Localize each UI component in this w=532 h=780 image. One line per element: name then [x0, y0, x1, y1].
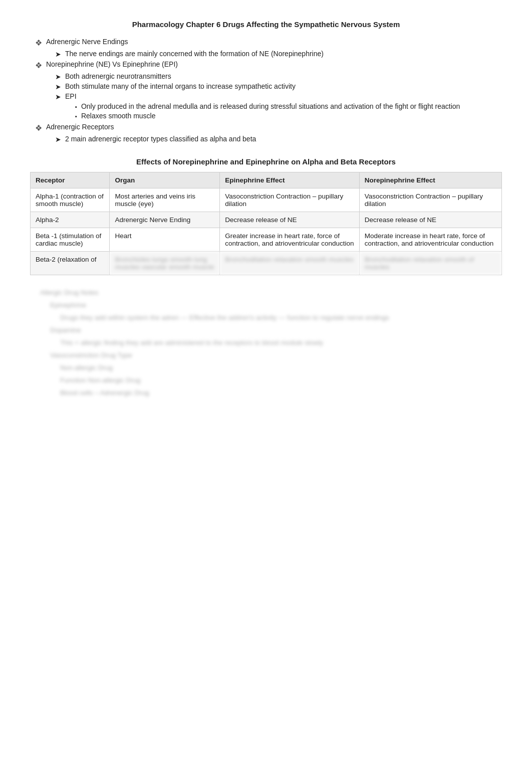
section2-child3-sub2: Relaxes smooth muscle	[81, 112, 156, 120]
diamond-icon-2: ❖	[35, 61, 42, 70]
col-epi: Epinephrine Effect	[220, 172, 360, 188]
section2-child3: EPI	[65, 92, 77, 100]
diamond-icon-3: ❖	[35, 123, 42, 133]
epi-alpha1: Vasoconstriction Contraction – pupillary…	[220, 188, 360, 212]
arrow-icon-5: ➤	[55, 135, 61, 143]
receptor-beta1: Beta -1 (stimulation of cardiac muscle)	[31, 228, 110, 252]
section1-label: Adrenergic Nerve Endings	[46, 38, 128, 46]
table-header-row: Receptor Organ Epinephrine Effect Norepi…	[31, 172, 502, 188]
table-row-blurred: Beta-2 (relaxation of Bronchioles lungs …	[31, 252, 502, 275]
blurred-line-2: Epinephrine	[30, 300, 502, 311]
col-ne: Norepinephrine Effect	[359, 172, 501, 188]
receptor-beta2: Beta-2 (relaxation of	[31, 252, 110, 275]
blurred-line-3: Drugs they add within system the adren —…	[30, 312, 502, 324]
arrow-icon-2: ➤	[55, 73, 61, 81]
ne-beta2: Bronchodilation relaxation smooth of mus…	[359, 252, 501, 275]
epi-alpha2: Decrease release of NE	[220, 212, 360, 228]
blurred-line-5: This + allergic finding they add are adm…	[30, 337, 502, 349]
epi-beta1: Greater increase in heart rate, force of…	[220, 228, 360, 252]
arrow-icon-3: ➤	[55, 83, 61, 91]
organ-alpha2: Adrenergic Nerve Ending	[110, 212, 220, 228]
ne-beta1: Moderate increase in heart rate, force o…	[359, 228, 501, 252]
receptor-alpha1: Alpha-1 (contraction of smooth muscle)	[31, 188, 110, 212]
section2-child2: Both stimulate many of the internal orga…	[65, 82, 296, 90]
organ-beta1: Heart	[110, 228, 220, 252]
table-title: Effects of Norepinephrine and Epinephrin…	[30, 157, 502, 166]
epi-beta2: Bronchodilation relaxation smooth muscle…	[220, 252, 360, 275]
table-row: Alpha-2 Adrenergic Nerve Ending Decrease…	[31, 212, 502, 228]
section2-child3-sub1: Only produced in the adrenal medulla and…	[81, 102, 460, 110]
square-bullet-2: ▪	[75, 113, 77, 119]
col-receptor: Receptor	[31, 172, 110, 188]
section3-label: Adrenergic Receptors	[46, 123, 114, 131]
section2-label: Norepinephrine (NE) Vs Epinephrine (EPI)	[46, 60, 178, 68]
blurred-line-7: Non-allergic Drug	[30, 362, 502, 374]
receptor-alpha2: Alpha-2	[31, 212, 110, 228]
table-row: Alpha-1 (contraction of smooth muscle) M…	[31, 188, 502, 212]
col-organ: Organ	[110, 172, 220, 188]
section2-child1: Both adrenergic neurotransmitters	[65, 72, 171, 80]
arrow-icon-1: ➤	[55, 50, 61, 58]
organ-beta2: Bronchioles lungs smooth lung muscles va…	[110, 252, 220, 275]
section-ne-vs-epi: ❖ Norepinephrine (NE) Vs Epinephrine (EP…	[30, 60, 502, 120]
blurred-line-4: Dopamine	[30, 325, 502, 336]
arrow-icon-4: ➤	[55, 93, 61, 101]
diamond-icon: ❖	[35, 38, 42, 48]
page-title: Pharmacology Chapter 6 Drugs Affecting t…	[30, 20, 502, 29]
organ-alpha1: Most arteries and veins iris muscle (eye…	[110, 188, 220, 212]
square-bullet-1: ▪	[75, 104, 77, 110]
blurred-line-1: Allergic Drug Notes	[30, 287, 502, 299]
table-section: Effects of Norepinephrine and Epinephrin…	[30, 157, 502, 275]
effects-table: Receptor Organ Epinephrine Effect Norepi…	[30, 172, 502, 275]
section3-child1: 2 main adrenergic receptor types classif…	[65, 135, 256, 143]
ne-alpha2: Decrease release of NE	[359, 212, 501, 228]
blurred-line-6: Vasoconstriction Drug Type	[30, 350, 502, 361]
blurred-line-9: Blood cells – Adrenergic Drug	[30, 387, 502, 399]
section1-child1: The nerve endings are mainly concerned w…	[65, 50, 324, 58]
blurred-line-8: Function Non-allergic Drug	[30, 375, 502, 386]
section-adrenergic-receptors: ❖ Adrenergic Receptors ➤ 2 main adrenerg…	[30, 123, 502, 143]
section-adrenergic-nerve-endings: ❖ Adrenergic Nerve Endings ➤ The nerve e…	[30, 38, 502, 58]
ne-alpha1: Vasoconstriction Contraction – pupillary…	[359, 188, 501, 212]
blurred-notes: Allergic Drug Notes Epinephrine Drugs th…	[30, 287, 502, 399]
table-row: Beta -1 (stimulation of cardiac muscle) …	[31, 228, 502, 252]
